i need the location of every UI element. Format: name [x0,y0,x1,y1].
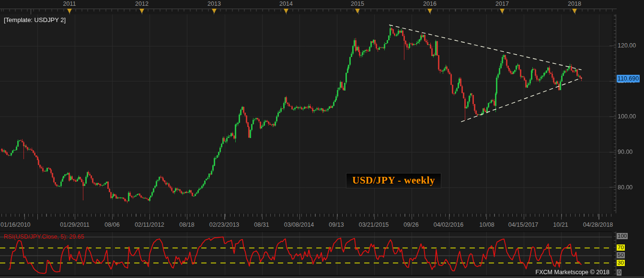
date-tick-label: 08/18 [167,221,207,228]
year-label: 2011 [55,0,84,7]
price-tick-label: 80.00 [618,184,643,191]
rsi-axis-line [616,232,616,275]
price-axis[interactable]: 120.00 110.00 100.00 90.00 80.00 110.690 [612,14,644,213]
top-axis-year-ticks [0,9,617,14]
price-major-tick [610,187,616,187]
date-tick-label: 01/29/2011 [55,221,95,228]
template-label: [Template: USDJPY 2] [4,16,66,23]
rsi-indicator-label: RSI(USD/JPY.Close, 5): 29.65 [4,233,84,240]
rsi-level-badge: 100 [617,233,628,239]
year-marker-icon [355,9,360,13]
year-marker-icon [67,9,72,13]
year-marker-icon [139,9,144,13]
chart-window: 2011 2012 2013 2014 2015 2016 2017 2018 … [0,0,644,278]
date-tick-label: 10/08 [467,221,507,228]
date-tick-label: 10/21 [540,221,581,228]
date-tick-label: 08/06 [92,221,132,228]
date-tick-label: 04/28/2018 [578,221,618,228]
year-marker-icon [572,9,577,13]
year-label: 2014 [272,0,300,7]
price-tick-label: 120.00 [618,42,643,49]
price-tick-label: 90.00 [618,149,643,155]
year-marker-icon [212,9,217,13]
date-tick-label: 01/16/2010 [0,221,41,228]
price-major-tick [610,81,616,81]
date-tick-label: 02/23/2013 [204,221,244,228]
instrument-watermark: USD/JPY - weekly [346,173,441,188]
date-axis-major-ticks [0,214,612,220]
price-major-tick [610,116,616,117]
rsi-level-badge: 30 [617,260,625,266]
year-label: 2017 [488,0,517,7]
price-tick-label: 100.00 [618,113,643,120]
rsi-level-badge: 0 [617,269,621,276]
rsi-level-badge: 70 [617,244,625,251]
date-tick-label: 09/13 [316,221,356,228]
price-axis-line [616,14,616,213]
year-label: 2016 [415,0,444,7]
date-tick-label: 02/11/2012 [129,221,170,228]
date-tick-label: 08/31 [242,221,282,228]
year-marker-icon [427,9,432,13]
price-major-tick [610,152,616,152]
year-label: 2018 [560,0,589,7]
current-price-badge: 110.690 [617,75,640,82]
year-marker-icon [284,9,288,13]
candlestick-canvas[interactable] [0,14,612,213]
rsi-level-badge: 50 [617,252,625,258]
rsi-pane[interactable]: RSI(USD/JPY.Close, 5): 29.65 [0,232,612,276]
watermark-copyright: FXCM Marketscope © 2018 [536,269,610,276]
date-tick-label: 04/15/2017 [503,221,543,228]
year-label: 2012 [127,0,156,7]
horizontal-scrollbar[interactable] [0,276,644,278]
rsi-axis[interactable]: 100 70 50 30 0 [612,232,644,276]
date-tick-label: 03/21/2015 [354,221,394,228]
date-tick-label: 04/02/2016 [428,221,469,228]
rsi-canvas[interactable] [0,232,612,275]
year-label: 2013 [200,0,229,7]
price-major-tick [610,46,616,46]
date-axis[interactable]: 01/16/2010 01/29/2011 08/06 02/11/2012 0… [0,213,612,232]
price-chart-pane[interactable]: [Template: USDJPY 2] USD/JPY - weekly [0,14,612,214]
date-tick-label: 03/08/2014 [279,221,319,228]
date-tick-label: 09/26 [391,221,431,228]
year-marker-icon [500,9,505,13]
year-label: 2015 [343,0,372,7]
